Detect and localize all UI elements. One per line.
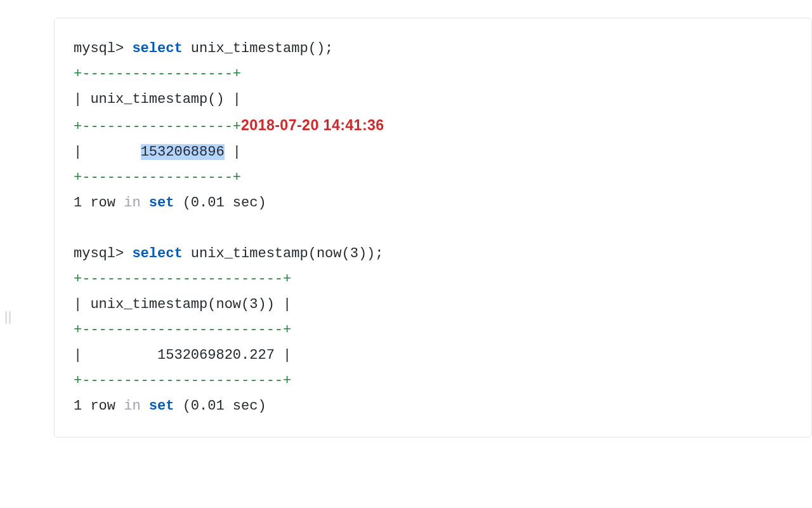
select-keyword: select	[132, 246, 182, 262]
table-pipe: |	[225, 91, 241, 107]
timestamp-annotation: 2018-07-20 14:41:36	[241, 117, 384, 133]
set-keyword: set	[149, 398, 174, 414]
exec-time: (0.01 sec)	[174, 195, 266, 211]
row-count: 1 row	[74, 398, 124, 414]
table-pipe: |	[74, 144, 141, 160]
table-border: +------------------------+	[74, 271, 291, 287]
exec-time: (0.01 sec)	[174, 398, 266, 414]
function-call: unix_timestamp();	[183, 41, 334, 57]
table-pipe: |	[74, 91, 90, 107]
row-count: 1 row	[74, 195, 124, 211]
mysql-prompt: mysql>	[74, 246, 132, 262]
selected-timestamp-value[interactable]: 1532068896	[141, 144, 225, 160]
table-border: +------------------------+	[74, 373, 291, 389]
mysql-prompt: mysql>	[74, 41, 132, 57]
table-pipe: |	[275, 347, 291, 363]
in-keyword: in	[124, 398, 140, 414]
sql-output[interactable]: mysql> select unix_timestamp(); +-------…	[74, 36, 792, 419]
table-pipe: |	[275, 297, 291, 312]
set-keyword: set	[149, 195, 174, 211]
table-border: +------------------+	[74, 119, 241, 135]
table-pipe: |	[225, 144, 241, 160]
table-border: +------------------------+	[74, 322, 291, 338]
timestamp-value: 1532069820.227	[157, 347, 275, 363]
drag-handle-icon[interactable]	[5, 311, 13, 324]
in-keyword: in	[124, 195, 140, 211]
table-pipe: |	[74, 347, 157, 363]
code-block-container: mysql> select unix_timestamp(); +-------…	[54, 18, 812, 438]
column-header: unix_timestamp(now(3))	[90, 297, 274, 312]
table-border: +------------------+	[74, 170, 241, 185]
select-keyword: select	[132, 41, 182, 57]
function-call: unix_timestamp(now(3));	[183, 246, 384, 262]
column-header: unix_timestamp()	[90, 91, 224, 107]
table-pipe: |	[74, 297, 90, 312]
table-border: +------------------+	[74, 66, 241, 82]
